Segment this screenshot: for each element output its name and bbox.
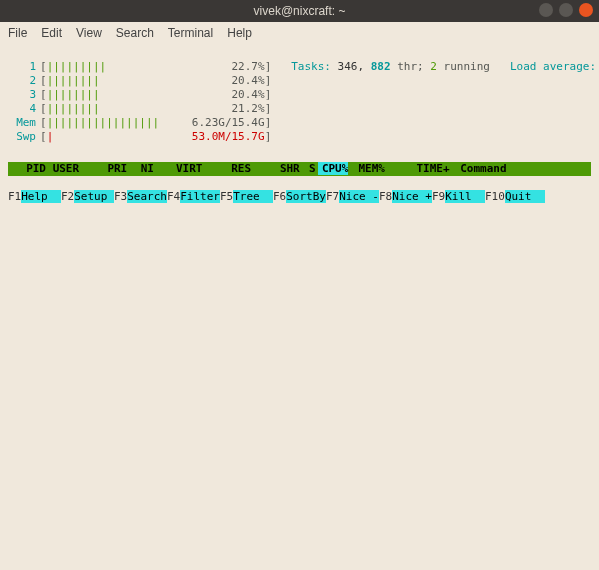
minimize-icon[interactable] [539, 3, 553, 17]
process-row[interactable]: 1857 vivek 20 0 4411M 958M 146M S 18.6 6… [591, 162, 599, 176]
load-line: Load average: 1.18 1.20 1.11 [490, 60, 599, 74]
fkey-F2[interactable]: F2Setup [61, 190, 114, 203]
menu-view[interactable]: View [76, 26, 102, 40]
menu-edit[interactable]: Edit [41, 26, 62, 40]
fkey-F4[interactable]: F4Filter [167, 190, 220, 203]
fkey-F7[interactable]: F7Nice - [326, 190, 379, 203]
menu-help[interactable]: Help [227, 26, 252, 40]
fkey-F6[interactable]: F6SortBy [273, 190, 326, 203]
close-icon[interactable] [579, 3, 593, 17]
meter-Swp: Swp[|53.0M/15.7G] [8, 130, 271, 144]
fkey-F10[interactable]: F10Quit [485, 190, 545, 203]
fkey-F3[interactable]: F3Search [114, 190, 167, 203]
terminal-output: 1[|||||||||22.7%]2[||||||||20.4%]3[|||||… [0, 44, 599, 218]
fkey-F8[interactable]: F8Nice + [379, 190, 432, 203]
menu-search[interactable]: Search [116, 26, 154, 40]
meter-3: 3[||||||||20.4%] [8, 88, 271, 102]
fkey-F5[interactable]: F5Tree [220, 190, 273, 203]
process-table-header[interactable]: PID USER PRI NI VIRT RES SHR SCPU% MEM% … [8, 162, 591, 176]
menu-file[interactable]: File [8, 26, 27, 40]
window-title: vivek@nixcraft: ~ [254, 4, 346, 18]
fkey-F9[interactable]: F9Kill [432, 190, 485, 203]
menu-terminal[interactable]: Terminal [168, 26, 213, 40]
meter-1: 1[|||||||||22.7%] [8, 60, 271, 74]
menubar: File Edit View Search Terminal Help [0, 22, 599, 44]
fkey-F1[interactable]: F1Help [8, 190, 61, 203]
meter-2: 2[||||||||20.4%] [8, 74, 271, 88]
meter-4: 4[||||||||21.2%] [8, 102, 271, 116]
tasks-line: Tasks: 346, 882 thr; 2 running [271, 60, 490, 74]
maximize-icon[interactable] [559, 3, 573, 17]
meter-Mem: Mem[|||||||||||||||||6.23G/15.4G] [8, 116, 271, 130]
window-titlebar: vivek@nixcraft: ~ [0, 0, 599, 22]
